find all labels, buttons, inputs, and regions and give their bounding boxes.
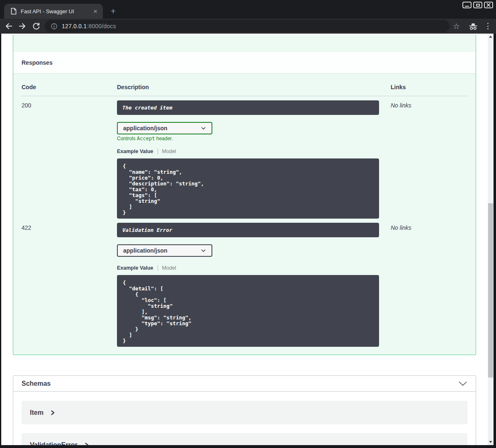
schemas-title: Schemas [22,380,51,387]
forward-icon [18,22,27,31]
response-code: 200 [22,100,117,219]
model-title: Item [30,409,44,416]
operation-block: Responses Code Description Links 200 The… [13,35,476,355]
example-json-block[interactable]: { "detail": [ { "loc": [ "string" ], "ms… [117,275,379,347]
back-button[interactable] [4,21,14,31]
response-links: No links [391,223,467,354]
url-text: 127.0.0.1:8000/docs [62,23,116,29]
incognito-icon [468,22,478,31]
response-description-text: Validation Error [122,227,172,233]
url-host: 127.0.0.1 [62,23,87,29]
chevron-right-icon [50,410,55,416]
col-header-description: Description [117,84,391,90]
example-tabs: Example Value Model [117,265,391,271]
close-button[interactable] [484,2,493,8]
responses-table: Code Description Links 200 The created i… [13,73,476,354]
scrollbar-down-icon[interactable] [489,441,492,443]
maximize-button[interactable] [473,2,482,8]
tab-close-icon[interactable]: × [92,8,99,15]
new-tab-button[interactable]: + [108,6,119,17]
response-description-cell: Validation Error application/json Exampl… [117,223,391,354]
response-code: 422 [22,223,117,354]
bookmark-star-icon[interactable]: ☆ [453,22,460,31]
chevron-down-icon [200,125,207,131]
page-favicon-icon [11,8,17,15]
forward-button[interactable] [17,21,27,31]
tab-example-value[interactable]: Example Value [117,265,158,271]
col-header-links: Links [391,84,467,90]
responses-table-header: Code Description Links [22,73,467,96]
menu-kebab-icon[interactable] [487,22,489,30]
window-controls [461,2,493,8]
schemas-section: Schemas Item ValidationError [13,375,476,445]
address-bar[interactable]: 127.0.0.1:8000/docs [45,20,450,32]
response-row-422: 422 Validation Error application/json Ex… [22,219,467,354]
close-icon [486,3,491,7]
response-links: No links [391,100,467,219]
example-tabs: Example Value Model [117,149,391,154]
media-type-value: application/json [123,247,168,254]
media-type-value: application/json [123,125,168,131]
scrollbar[interactable] [488,34,494,445]
chevron-right-icon [84,442,89,446]
browser-window: Fast API - Swagger UI × + 127.0.0.1:8000… [0,0,496,448]
scrollbar-up-icon[interactable] [489,36,492,38]
model-item[interactable]: Item [22,401,467,424]
media-type-select[interactable]: application/json [117,122,212,134]
accept-header-note: Controls Accept header. [117,136,391,141]
minimize-button[interactable] [462,2,472,8]
url-path: :8000/docs [87,23,116,29]
schemas-body: Item ValidationError [13,392,476,445]
response-description-cell: The created item application/json Contro… [117,100,391,219]
browser-tab[interactable]: Fast API - Swagger UI × [4,4,103,19]
media-type-select[interactable]: application/json [117,244,212,257]
example-json-block[interactable]: { "name": "string", "price": 0, "descrip… [117,158,379,219]
response-description-box: Validation Error [117,223,379,237]
responses-title: Responses [22,59,53,66]
maximize-icon [476,4,480,7]
schemas-header[interactable]: Schemas [13,376,476,392]
response-description-box: The created item [117,100,379,115]
scrollbar-thumb[interactable] [488,203,493,377]
tab-model[interactable]: Model [158,149,176,154]
response-row-200: 200 The created item application/json Co… [22,96,467,219]
titlebar: Fast API - Swagger UI × + [0,0,496,19]
response-description-text: The created item [122,105,172,111]
tab-title: Fast API - Swagger UI [21,8,92,15]
tab-model[interactable]: Model [158,265,176,271]
chevron-down-icon [458,381,467,386]
page-viewport: Responses Code Description Links 200 The… [1,34,494,445]
minimize-icon [465,6,469,7]
responses-section-header: Responses [13,52,476,73]
back-icon [4,22,13,31]
model-title: ValidationError [30,441,78,446]
model-validationerror[interactable]: ValidationError [22,433,467,445]
toolbar: 127.0.0.1:8000/docs ☆ [0,19,496,34]
site-info-icon[interactable] [51,23,58,30]
chevron-down-icon [200,248,207,254]
tab-example-value[interactable]: Example Value [117,149,158,154]
toolbar-right: ☆ [453,19,492,34]
reload-button[interactable] [31,21,41,31]
col-header-code: Code [22,84,117,90]
reload-icon [32,22,41,31]
